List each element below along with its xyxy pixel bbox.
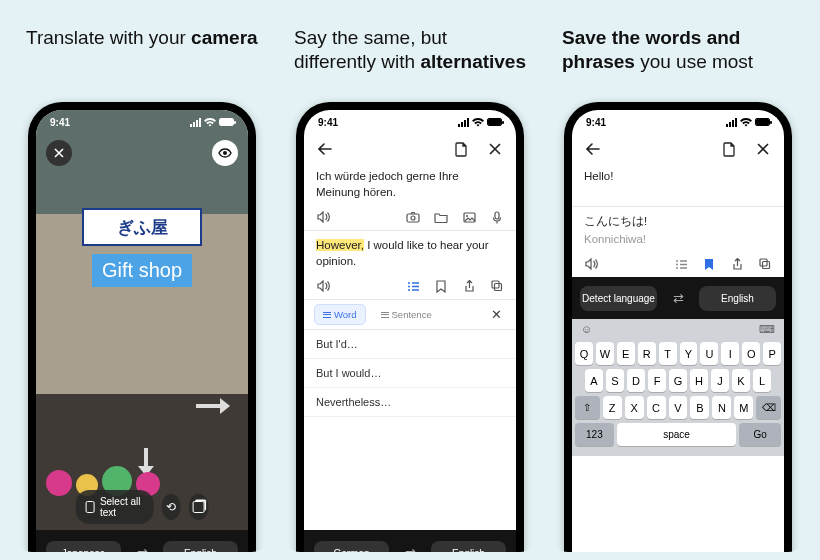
alternatives-button[interactable] <box>406 279 420 293</box>
key[interactable]: A <box>585 369 603 392</box>
key[interactable]: C <box>647 396 666 419</box>
share-button[interactable] <box>730 257 744 271</box>
refresh-icon: ⟲ <box>166 500 176 514</box>
svg-point-6 <box>408 282 410 284</box>
key[interactable]: K <box>732 369 750 392</box>
backspace-key[interactable]: ⌫ <box>756 396 781 419</box>
close-button[interactable] <box>752 138 774 160</box>
status-time: 9:41 <box>318 117 338 128</box>
source-text[interactable]: Ich würde jedoch gerne Ihre Meinung höre… <box>304 162 516 208</box>
numbers-key[interactable]: 123 <box>575 423 614 446</box>
memoji-button[interactable]: ☺ <box>581 323 592 336</box>
key[interactable]: O <box>742 342 760 365</box>
keyboard-settings-button[interactable]: ⌨ <box>759 323 775 336</box>
key[interactable]: Q <box>575 342 593 365</box>
document-icon <box>723 142 736 157</box>
source-language-button[interactable]: German <box>314 541 389 553</box>
key[interactable]: W <box>596 342 614 365</box>
svg-rect-15 <box>760 259 767 266</box>
alternatives-mode-row: Word Sentence ✕ <box>304 300 516 329</box>
key[interactable]: D <box>627 369 645 392</box>
key[interactable]: F <box>648 369 666 392</box>
key[interactable]: R <box>638 342 656 365</box>
key[interactable]: B <box>690 396 709 419</box>
close-alternatives-button[interactable]: ✕ <box>491 307 506 322</box>
go-key[interactable]: Go <box>739 423 781 446</box>
document-button[interactable] <box>450 138 472 160</box>
close-button[interactable] <box>484 138 506 160</box>
key[interactable]: L <box>753 369 771 392</box>
key[interactable]: P <box>763 342 781 365</box>
shift-key[interactable]: ⇧ <box>575 396 600 419</box>
file-input-button[interactable] <box>434 210 448 224</box>
image-input-button[interactable] <box>462 210 476 224</box>
select-all-icon <box>86 501 95 513</box>
source-language-button[interactable]: Japanese <box>46 541 121 553</box>
copy-button[interactable] <box>189 494 209 520</box>
copy-button[interactable] <box>758 257 772 271</box>
alternatives-button[interactable] <box>674 257 688 271</box>
key[interactable]: N <box>712 396 731 419</box>
battery-icon <box>755 118 770 126</box>
target-text[interactable]: However, I would like to hear your opini… <box>304 231 516 277</box>
camera-input-button[interactable] <box>406 210 420 224</box>
key[interactable]: S <box>606 369 624 392</box>
key[interactable]: Z <box>603 396 622 419</box>
target-text[interactable]: こんにちは! <box>572 207 784 231</box>
key[interactable]: Y <box>680 342 698 365</box>
back-button[interactable] <box>582 138 604 160</box>
alternative-item[interactable]: Nevertheless… <box>304 388 516 417</box>
svg-rect-14 <box>763 262 770 269</box>
share-icon <box>464 280 475 293</box>
close-button[interactable] <box>46 140 72 166</box>
bookmark-button[interactable] <box>702 257 716 271</box>
voice-input-button[interactable] <box>490 210 504 224</box>
key[interactable]: U <box>700 342 718 365</box>
panel-save: Save the words and phrases you use most … <box>552 8 804 552</box>
source-language-button[interactable]: Detect language <box>580 286 657 311</box>
signal-icon <box>458 118 469 127</box>
word-toggle-label: Word <box>334 309 357 320</box>
key[interactable]: E <box>617 342 635 365</box>
copy-button[interactable] <box>490 279 504 293</box>
key[interactable]: X <box>625 396 644 419</box>
swap-languages-button[interactable]: ⇄ <box>397 540 423 552</box>
target-language-button[interactable]: English <box>699 286 776 311</box>
word-toggle[interactable]: Word <box>314 304 366 325</box>
battery-icon <box>487 118 502 126</box>
share-button[interactable] <box>462 279 476 293</box>
swap-languages-button[interactable]: ⇄ <box>129 540 155 552</box>
battery-icon <box>219 118 234 126</box>
source-text[interactable]: Hello! <box>572 162 784 206</box>
swap-languages-button[interactable]: ⇄ <box>665 285 691 311</box>
speak-target-button[interactable] <box>584 257 598 271</box>
translated-overlay[interactable]: Gift shop <box>92 254 192 287</box>
visibility-button[interactable] <box>212 140 238 166</box>
alternative-item[interactable]: But I would… <box>304 359 516 388</box>
target-language-button[interactable]: English <box>163 541 238 553</box>
speak-source-button[interactable] <box>316 210 330 224</box>
key[interactable]: G <box>669 369 687 392</box>
bookmark-button[interactable] <box>434 279 448 293</box>
alternatives-icon <box>407 281 420 292</box>
key[interactable]: J <box>711 369 729 392</box>
alternative-item[interactable]: But I'd… <box>304 330 516 359</box>
key[interactable]: H <box>690 369 708 392</box>
target-language-button[interactable]: English <box>431 541 506 553</box>
speak-target-button[interactable] <box>316 279 330 293</box>
key[interactable]: T <box>659 342 677 365</box>
space-key[interactable]: space <box>617 423 736 446</box>
arrow-right-icon <box>196 398 230 414</box>
select-all-button[interactable]: Select all text <box>76 490 154 524</box>
key[interactable]: I <box>721 342 739 365</box>
mic-icon <box>492 211 502 224</box>
bookmark-icon <box>436 280 446 293</box>
retake-button[interactable]: ⟲ <box>161 494 181 520</box>
share-icon <box>732 258 743 271</box>
sentence-toggle[interactable]: Sentence <box>372 304 441 325</box>
key[interactable]: V <box>669 396 688 419</box>
document-button[interactable] <box>718 138 740 160</box>
phone-screen: 9:41 <box>36 110 248 552</box>
key[interactable]: M <box>734 396 753 419</box>
back-button[interactable] <box>314 138 336 160</box>
